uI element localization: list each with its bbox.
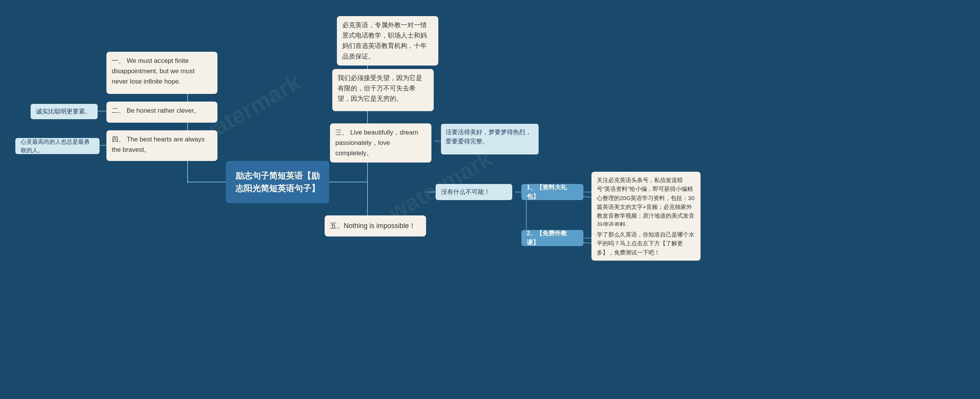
right-detail-badge-2: 2、【免费外教课】 bbox=[521, 230, 583, 246]
right-small-1-label: 活要活得美好，梦要梦得热烈，爱要爱得完整。 bbox=[446, 129, 531, 144]
mind-map: 励志句子简短英语【励志阳光简短英语句子】 一、 We must accept f… bbox=[0, 0, 980, 399]
right-detail-text-2-label: 学了那么久英语，你知道自己是哪个水平的吗？马上点击左下方【了解更多】，免费测试一… bbox=[597, 231, 694, 256]
left-node-4: 四、 The best hearts are always the braves… bbox=[106, 130, 217, 161]
right-node-1-label: 必克英语，专属外教一对一情景式电话教学，职场人士和妈妈们首选英语教育机构，十年品… bbox=[342, 21, 427, 60]
left-node-2: 二、 Be honest rather clever。 bbox=[106, 102, 217, 123]
right-node-3: 三、 Live beautifully，dream passionately，l… bbox=[330, 123, 431, 163]
right-detail-badge-1: 1、【资料大礼包】 bbox=[521, 184, 583, 200]
right-node-3-label: 三、 Live beautifully，dream passionately，l… bbox=[335, 129, 418, 157]
right-node-5-label: 五、Nothing is impossible！ bbox=[330, 220, 416, 232]
left-node-1-label: 一、 We must accept finite disappointment,… bbox=[112, 57, 194, 85]
left-small-2-label: 心灵最高尚的人也总是最勇敢的人。 bbox=[21, 138, 94, 155]
right-small-nothing-label: 没有什么不可能！ bbox=[441, 187, 490, 197]
right-detail-text-2: 学了那么久英语，你知道自己是哪个水平的吗？马上点击左下方【了解更多】，免费测试一… bbox=[591, 226, 701, 261]
left-node-1: 一、 We must accept finite disappointment,… bbox=[106, 52, 217, 94]
right-node-2: 我们必须接受失望，因为它是有限的，但千万不可失去希望，因为它是无穷的。 bbox=[332, 69, 434, 111]
left-small-1-label: 诚实比聪明更要紧。 bbox=[36, 107, 91, 116]
right-detail-text-1-label: 关注必克英语头条号，私信发送暗号"英语资料"给小编，即可获得小编精心整理的20G… bbox=[597, 177, 694, 228]
right-detail-text-1: 关注必克英语头条号，私信发送暗号"英语资料"给小编，即可获得小编精心整理的20G… bbox=[591, 172, 701, 233]
right-node-2-label: 我们必须接受失望，因为它是有限的，但千万不可失去希望，因为它是无穷的。 bbox=[338, 74, 422, 102]
right-detail-badge-1-label: 1、【资料大礼包】 bbox=[527, 183, 578, 201]
right-small-nothing: 没有什么不可能！ bbox=[436, 184, 512, 200]
right-small-node-1: 活要活得美好，梦要梦得热烈，爱要爱得完整。 bbox=[441, 124, 539, 154]
center-node: 励志句子简短英语【励志阳光简短英语句子】 bbox=[226, 161, 329, 203]
left-node-2-label: 二、 Be honest rather clever。 bbox=[112, 107, 200, 114]
center-node-label: 励志句子简短英语【励志阳光简短英语句子】 bbox=[234, 169, 322, 195]
right-node-1: 必克英语，专属外教一对一情景式电话教学，职场人士和妈妈们首选英语教育机构，十年品… bbox=[337, 16, 438, 66]
right-node-5: 五、Nothing is impossible！ bbox=[325, 215, 426, 236]
right-detail-badge-2-label: 2、【免费外教课】 bbox=[527, 229, 578, 247]
left-node-4-label: 四、 The best hearts are always the braves… bbox=[112, 136, 205, 153]
left-small-node-2: 心灵最高尚的人也总是最勇敢的人。 bbox=[15, 138, 100, 154]
left-small-node-1: 诚实比聪明更要紧。 bbox=[31, 104, 98, 119]
